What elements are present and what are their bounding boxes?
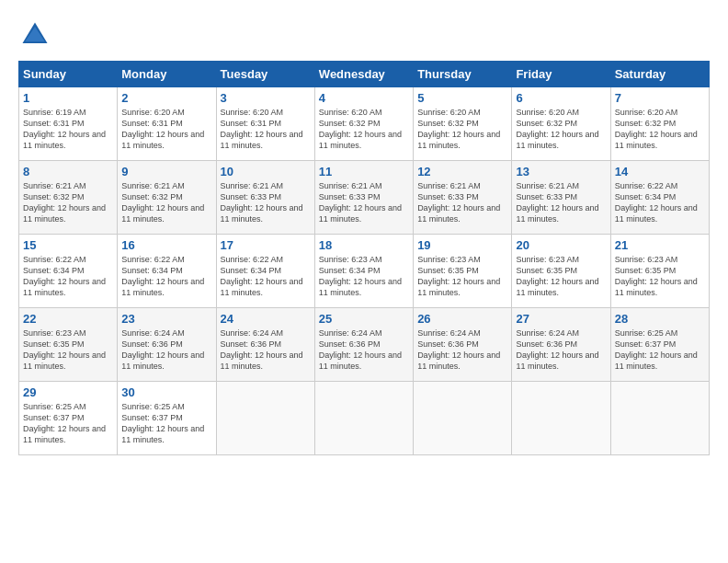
calendar-cell: 17 Sunrise: 6:22 AMSunset: 6:34 PMDaylig…	[216, 235, 314, 308]
day-number: 21	[615, 238, 705, 252]
day-info: Sunrise: 6:23 AMSunset: 6:35 PMDaylight:…	[516, 255, 598, 297]
day-number: 19	[417, 238, 507, 252]
day-number: 7	[615, 91, 705, 105]
day-info: Sunrise: 6:20 AMSunset: 6:32 PMDaylight:…	[417, 108, 500, 150]
day-info: Sunrise: 6:21 AMSunset: 6:33 PMDaylight:…	[516, 181, 598, 224]
calendar-cell: 16 Sunrise: 6:22 AMSunset: 6:34 PMDaylig…	[118, 235, 216, 308]
weekday-header-saturday: Saturday	[610, 62, 709, 87]
calendar-cell: 18 Sunrise: 6:23 AMSunset: 6:34 PMDaylig…	[314, 235, 413, 308]
day-number: 4	[319, 91, 409, 105]
calendar-cell: 13 Sunrise: 6:21 AMSunset: 6:33 PMDaylig…	[512, 161, 610, 235]
day-info: Sunrise: 6:20 AMSunset: 6:31 PMDaylight:…	[121, 108, 204, 150]
day-number: 1	[23, 91, 113, 105]
day-number: 9	[121, 165, 211, 178]
day-info: Sunrise: 6:23 AMSunset: 6:35 PMDaylight:…	[23, 328, 106, 371]
calendar-cell: 27 Sunrise: 6:24 AMSunset: 6:36 PMDaylig…	[512, 308, 610, 382]
calendar-cell: 29 Sunrise: 6:25 AMSunset: 6:37 PMDaylig…	[19, 382, 118, 455]
page-header	[18, 18, 710, 52]
weekday-header-row: SundayMondayTuesdayWednesdayThursdayFrid…	[19, 62, 710, 87]
calendar-cell: 7 Sunrise: 6:20 AMSunset: 6:32 PMDayligh…	[610, 87, 709, 161]
calendar-cell: 22 Sunrise: 6:23 AMSunset: 6:35 PMDaylig…	[19, 308, 118, 382]
day-number: 6	[516, 91, 606, 105]
day-number: 29	[23, 385, 113, 399]
calendar-cell: 2 Sunrise: 6:20 AMSunset: 6:31 PMDayligh…	[118, 87, 216, 161]
calendar-cell: 11 Sunrise: 6:21 AMSunset: 6:33 PMDaylig…	[314, 161, 413, 235]
weekday-header-friday: Friday	[512, 62, 610, 87]
logo-icon	[18, 18, 51, 52]
weekday-header-tuesday: Tuesday	[216, 62, 314, 87]
calendar-cell: 9 Sunrise: 6:21 AMSunset: 6:32 PMDayligh…	[118, 161, 216, 235]
day-number: 18	[319, 238, 409, 252]
day-number: 25	[319, 312, 409, 326]
calendar-cell: 25 Sunrise: 6:24 AMSunset: 6:36 PMDaylig…	[314, 308, 413, 382]
logo	[18, 18, 57, 52]
day-info: Sunrise: 6:22 AMSunset: 6:34 PMDaylight:…	[121, 255, 204, 297]
calendar-cell: 10 Sunrise: 6:21 AMSunset: 6:33 PMDaylig…	[216, 161, 314, 235]
week-row-1: 1 Sunrise: 6:19 AMSunset: 6:31 PMDayligh…	[19, 87, 710, 161]
day-number: 10	[221, 165, 311, 178]
day-info: Sunrise: 6:21 AMSunset: 6:32 PMDaylight:…	[121, 181, 204, 224]
calendar-cell: 26 Sunrise: 6:24 AMSunset: 6:36 PMDaylig…	[414, 308, 512, 382]
day-number: 30	[121, 385, 211, 399]
day-number: 2	[121, 91, 211, 105]
weekday-header-monday: Monday	[118, 62, 216, 87]
day-info: Sunrise: 6:20 AMSunset: 6:32 PMDaylight:…	[615, 108, 698, 150]
day-info: Sunrise: 6:25 AMSunset: 6:37 PMDaylight:…	[121, 402, 204, 444]
calendar-cell: 19 Sunrise: 6:23 AMSunset: 6:35 PMDaylig…	[414, 235, 512, 308]
day-info: Sunrise: 6:21 AMSunset: 6:33 PMDaylight:…	[319, 181, 402, 224]
day-info: Sunrise: 6:24 AMSunset: 6:36 PMDaylight:…	[121, 328, 204, 371]
day-info: Sunrise: 6:21 AMSunset: 6:33 PMDaylight:…	[417, 181, 500, 224]
day-info: Sunrise: 6:25 AMSunset: 6:37 PMDaylight:…	[615, 328, 698, 371]
calendar-cell: 3 Sunrise: 6:20 AMSunset: 6:31 PMDayligh…	[216, 87, 314, 161]
day-info: Sunrise: 6:20 AMSunset: 6:31 PMDaylight:…	[221, 108, 303, 150]
day-info: Sunrise: 6:24 AMSunset: 6:36 PMDaylight:…	[221, 328, 303, 371]
week-row-2: 8 Sunrise: 6:21 AMSunset: 6:32 PMDayligh…	[19, 161, 710, 235]
day-number: 5	[417, 91, 507, 105]
day-info: Sunrise: 6:20 AMSunset: 6:32 PMDaylight:…	[319, 108, 402, 150]
weekday-header-thursday: Thursday	[414, 62, 512, 87]
day-number: 24	[221, 312, 311, 326]
week-row-5: 29 Sunrise: 6:25 AMSunset: 6:37 PMDaylig…	[19, 382, 710, 455]
calendar-cell: 21 Sunrise: 6:23 AMSunset: 6:35 PMDaylig…	[610, 235, 709, 308]
day-info: Sunrise: 6:23 AMSunset: 6:34 PMDaylight:…	[319, 255, 402, 297]
day-info: Sunrise: 6:24 AMSunset: 6:36 PMDaylight:…	[516, 328, 598, 371]
calendar-cell	[216, 382, 314, 455]
day-number: 16	[121, 238, 211, 252]
calendar-cell	[414, 382, 512, 455]
day-info: Sunrise: 6:19 AMSunset: 6:31 PMDaylight:…	[23, 108, 106, 150]
calendar-cell: 20 Sunrise: 6:23 AMSunset: 6:35 PMDaylig…	[512, 235, 610, 308]
day-number: 14	[615, 165, 705, 178]
day-info: Sunrise: 6:24 AMSunset: 6:36 PMDaylight:…	[417, 328, 500, 371]
calendar-cell: 12 Sunrise: 6:21 AMSunset: 6:33 PMDaylig…	[414, 161, 512, 235]
day-number: 13	[516, 165, 606, 178]
day-info: Sunrise: 6:22 AMSunset: 6:34 PMDaylight:…	[221, 255, 303, 297]
calendar-cell: 24 Sunrise: 6:24 AMSunset: 6:36 PMDaylig…	[216, 308, 314, 382]
day-info: Sunrise: 6:21 AMSunset: 6:32 PMDaylight:…	[23, 181, 106, 224]
day-number: 17	[221, 238, 311, 252]
day-number: 12	[417, 165, 507, 178]
calendar-cell: 30 Sunrise: 6:25 AMSunset: 6:37 PMDaylig…	[118, 382, 216, 455]
calendar-cell: 14 Sunrise: 6:22 AMSunset: 6:34 PMDaylig…	[610, 161, 709, 235]
day-number: 11	[319, 165, 409, 178]
day-info: Sunrise: 6:22 AMSunset: 6:34 PMDaylight:…	[615, 181, 698, 224]
day-number: 8	[23, 165, 113, 178]
day-number: 3	[221, 91, 311, 105]
day-number: 28	[615, 312, 705, 326]
calendar-cell: 23 Sunrise: 6:24 AMSunset: 6:36 PMDaylig…	[118, 308, 216, 382]
calendar-cell: 6 Sunrise: 6:20 AMSunset: 6:32 PMDayligh…	[512, 87, 610, 161]
calendar-cell: 28 Sunrise: 6:25 AMSunset: 6:37 PMDaylig…	[610, 308, 709, 382]
calendar-cell: 1 Sunrise: 6:19 AMSunset: 6:31 PMDayligh…	[19, 87, 118, 161]
day-info: Sunrise: 6:24 AMSunset: 6:36 PMDaylight:…	[319, 328, 402, 371]
day-info: Sunrise: 6:20 AMSunset: 6:32 PMDaylight:…	[516, 108, 598, 150]
week-row-3: 15 Sunrise: 6:22 AMSunset: 6:34 PMDaylig…	[19, 235, 710, 308]
day-info: Sunrise: 6:25 AMSunset: 6:37 PMDaylight:…	[23, 402, 106, 444]
day-number: 15	[23, 238, 113, 252]
weekday-header-wednesday: Wednesday	[314, 62, 413, 87]
calendar-cell: 8 Sunrise: 6:21 AMSunset: 6:32 PMDayligh…	[19, 161, 118, 235]
calendar-cell: 15 Sunrise: 6:22 AMSunset: 6:34 PMDaylig…	[19, 235, 118, 308]
calendar-cell	[512, 382, 610, 455]
day-info: Sunrise: 6:23 AMSunset: 6:35 PMDaylight:…	[417, 255, 500, 297]
day-number: 22	[23, 312, 113, 326]
calendar-cell: 4 Sunrise: 6:20 AMSunset: 6:32 PMDayligh…	[314, 87, 413, 161]
day-info: Sunrise: 6:22 AMSunset: 6:34 PMDaylight:…	[23, 255, 106, 297]
